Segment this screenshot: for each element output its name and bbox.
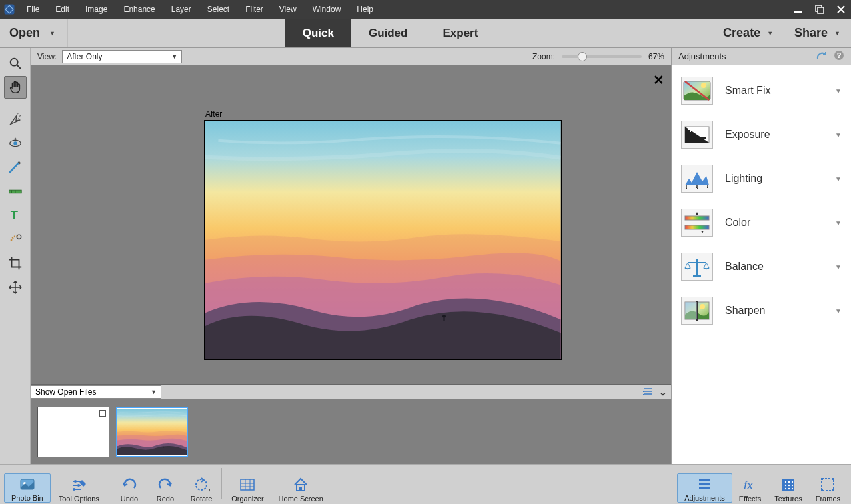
bottom-label: Rotate bbox=[191, 495, 212, 503]
adj-color[interactable]: Color ▼ bbox=[677, 204, 846, 241]
svg-line-35 bbox=[706, 263, 709, 268]
help-icon[interactable]: ? bbox=[834, 50, 844, 63]
tab-quick[interactable]: Quick bbox=[285, 19, 351, 47]
adj-smart-fix[interactable]: Smart Fix ▼ bbox=[677, 72, 846, 109]
svg-point-61 bbox=[788, 481, 790, 483]
collapse-icon[interactable]: ⌄ bbox=[659, 387, 667, 397]
photobin-select-value: Show Open Files bbox=[35, 387, 96, 397]
window-maximize-button[interactable] bbox=[814, 3, 826, 15]
smart-fix-icon bbox=[681, 77, 713, 105]
bottom-label: Textures bbox=[774, 495, 802, 503]
tool-quick-select[interactable] bbox=[4, 108, 27, 131]
tool-whiten-teeth[interactable] bbox=[4, 156, 27, 179]
svg-point-45 bbox=[73, 488, 75, 491]
menu-edit[interactable]: Edit bbox=[47, 0, 77, 19]
zoom-slider[interactable] bbox=[562, 55, 642, 58]
close-document-button[interactable]: ✕ bbox=[653, 72, 664, 88]
bottom-home-screen[interactable]: Home Screen bbox=[272, 475, 330, 503]
menu-enhance[interactable]: Enhance bbox=[115, 0, 163, 19]
tab-expert[interactable]: Expert bbox=[425, 19, 495, 47]
tool-spot-heal[interactable] bbox=[4, 228, 27, 251]
view-select[interactable]: After Only ▼ bbox=[62, 50, 182, 63]
menu-layer[interactable]: Layer bbox=[163, 0, 199, 19]
svg-rect-48 bbox=[241, 479, 254, 490]
canvas-image[interactable] bbox=[204, 120, 562, 360]
menu-image[interactable]: Image bbox=[77, 0, 115, 19]
menu-file[interactable]: File bbox=[19, 0, 47, 19]
bottom-organizer[interactable]: Organizer bbox=[225, 475, 270, 503]
adj-label: Exposure bbox=[725, 129, 823, 141]
adj-label: Color bbox=[725, 217, 823, 229]
bottom-frames[interactable]: Frames bbox=[809, 473, 847, 503]
bottom-label: Undo bbox=[121, 495, 138, 503]
svg-rect-57 bbox=[702, 487, 704, 489]
chevron-down-icon: ▼ bbox=[151, 389, 157, 395]
zoom-value: 67% bbox=[648, 52, 664, 61]
photobin-thumb-blank[interactable] bbox=[37, 407, 109, 457]
svg-rect-73 bbox=[832, 489, 834, 491]
view-options-bar: View: After Only ▼ Zoom: 67% bbox=[31, 48, 671, 65]
tool-crop[interactable] bbox=[4, 252, 27, 275]
bottom-undo[interactable]: Undo bbox=[112, 475, 147, 503]
svg-text:T: T bbox=[10, 208, 17, 222]
svg-point-10 bbox=[13, 141, 17, 145]
menu-filter[interactable]: Filter bbox=[237, 0, 271, 19]
menu-window[interactable]: Window bbox=[305, 0, 349, 19]
svg-point-46 bbox=[196, 479, 207, 490]
color-icon bbox=[681, 209, 713, 237]
bottom-label: Redo bbox=[157, 495, 174, 503]
tab-guided[interactable]: Guided bbox=[351, 19, 425, 47]
window-minimize-button[interactable] bbox=[792, 3, 804, 15]
bottom-tool-options[interactable]: Tool Options bbox=[52, 473, 106, 503]
bottom-adjustments[interactable]: Adjustments bbox=[677, 473, 732, 503]
open-button[interactable]: Open ▼ bbox=[0, 19, 68, 47]
open-label: Open bbox=[9, 26, 40, 40]
bottom-redo[interactable]: Redo bbox=[148, 475, 183, 503]
svg-rect-70 bbox=[821, 478, 823, 480]
bottom-rotate[interactable]: ▾ Rotate bbox=[184, 475, 219, 503]
adj-balance[interactable]: Balance ▼ bbox=[677, 248, 846, 285]
create-button[interactable]: Create ▼ bbox=[712, 26, 784, 40]
tool-zoom[interactable] bbox=[4, 52, 27, 75]
photobin-thumb-sunset[interactable] bbox=[116, 407, 188, 457]
svg-point-7 bbox=[10, 59, 17, 66]
menu-view[interactable]: View bbox=[271, 0, 305, 19]
menu-select[interactable]: Select bbox=[199, 0, 237, 19]
tool-straighten[interactable] bbox=[4, 180, 27, 203]
chevron-down-icon: ▼ bbox=[171, 53, 177, 60]
bottom-photo-bin[interactable]: Photo Bin bbox=[4, 473, 51, 503]
svg-rect-54 bbox=[299, 487, 302, 491]
sharpen-icon bbox=[681, 297, 713, 325]
adj-label: Sharpen bbox=[725, 305, 823, 317]
panel-title: Adjustments bbox=[678, 51, 726, 61]
tool-hand[interactable] bbox=[4, 76, 27, 99]
window-close-button[interactable] bbox=[835, 3, 847, 15]
svg-point-65 bbox=[792, 485, 793, 486]
chevron-down-icon: ▼ bbox=[834, 30, 840, 37]
menu-help[interactable]: Help bbox=[349, 0, 381, 19]
svg-rect-72 bbox=[821, 489, 823, 491]
zoom-label: Zoom: bbox=[532, 52, 555, 61]
chevron-down-icon: ▼ bbox=[767, 30, 773, 37]
bottom-effects[interactable]: fx Effects bbox=[732, 473, 768, 503]
chevron-down-icon: ▼ bbox=[835, 175, 842, 183]
tool-move[interactable] bbox=[4, 276, 27, 299]
tool-type[interactable]: T bbox=[4, 204, 27, 227]
list-icon[interactable] bbox=[643, 386, 654, 398]
adj-lighting[interactable]: Lighting ▼ bbox=[677, 160, 846, 197]
create-label: Create bbox=[723, 26, 760, 40]
reset-icon[interactable] bbox=[816, 51, 828, 62]
bottom-textures[interactable]: Textures bbox=[768, 473, 809, 503]
adjustments-panel: Adjustments ? Smart Fix ▼ Exposure ▼ Lig… bbox=[671, 48, 851, 464]
photobin-select[interactable]: Show Open Files ▼ bbox=[31, 385, 161, 399]
svg-rect-40 bbox=[685, 302, 697, 319]
adj-exposure[interactable]: Exposure ▼ bbox=[677, 116, 846, 153]
svg-text:fx: fx bbox=[744, 479, 754, 492]
svg-rect-55 bbox=[701, 479, 703, 481]
tool-redeye[interactable] bbox=[4, 132, 27, 155]
share-button[interactable]: Share ▼ bbox=[784, 26, 851, 40]
svg-rect-29 bbox=[685, 225, 709, 229]
svg-rect-36 bbox=[693, 275, 701, 277]
adj-sharpen[interactable]: Sharpen ▼ bbox=[677, 292, 846, 329]
zoom-slider-thumb[interactable] bbox=[578, 52, 587, 61]
